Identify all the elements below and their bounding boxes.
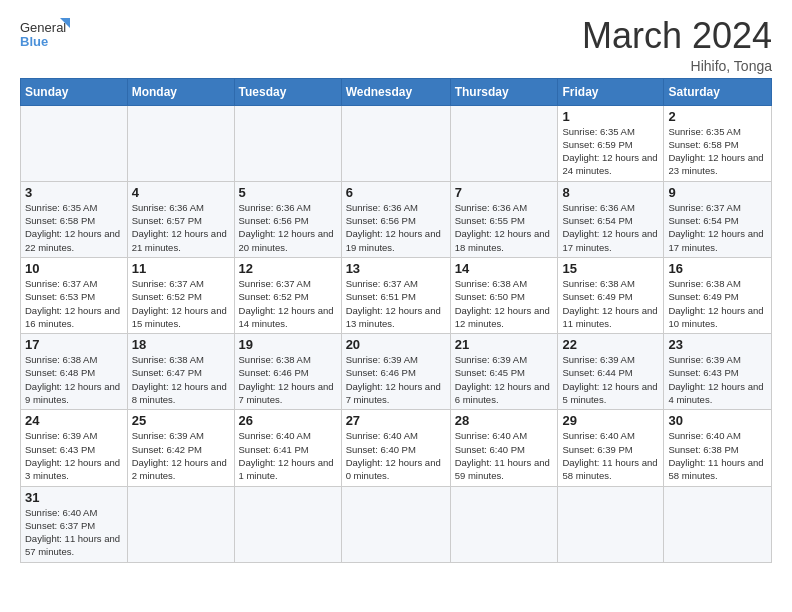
col-sunday: Sunday [21, 78, 128, 105]
calendar-week-row: 3Sunrise: 6:35 AM Sunset: 6:58 PM Daylig… [21, 181, 772, 257]
calendar-cell: 18Sunrise: 6:38 AM Sunset: 6:47 PM Dayli… [127, 334, 234, 410]
day-number: 28 [455, 413, 554, 428]
day-info: Sunrise: 6:39 AM Sunset: 6:43 PM Dayligh… [668, 353, 767, 406]
svg-text:Blue: Blue [20, 34, 48, 49]
day-number: 15 [562, 261, 659, 276]
day-number: 22 [562, 337, 659, 352]
title-area: March 2024 Hihifo, Tonga [582, 16, 772, 74]
calendar-cell: 17Sunrise: 6:38 AM Sunset: 6:48 PM Dayli… [21, 334, 128, 410]
calendar-cell: 3Sunrise: 6:35 AM Sunset: 6:58 PM Daylig… [21, 181, 128, 257]
calendar-cell: 2Sunrise: 6:35 AM Sunset: 6:58 PM Daylig… [664, 105, 772, 181]
calendar-cell [234, 105, 341, 181]
calendar-cell [21, 105, 128, 181]
day-number: 30 [668, 413, 767, 428]
day-number: 9 [668, 185, 767, 200]
calendar-cell [341, 105, 450, 181]
day-info: Sunrise: 6:37 AM Sunset: 6:54 PM Dayligh… [668, 201, 767, 254]
day-number: 24 [25, 413, 123, 428]
day-info: Sunrise: 6:40 AM Sunset: 6:37 PM Dayligh… [25, 506, 123, 559]
day-number: 12 [239, 261, 337, 276]
calendar-week-row: 17Sunrise: 6:38 AM Sunset: 6:48 PM Dayli… [21, 334, 772, 410]
day-number: 20 [346, 337, 446, 352]
calendar-cell [558, 486, 664, 562]
day-info: Sunrise: 6:38 AM Sunset: 6:47 PM Dayligh… [132, 353, 230, 406]
day-info: Sunrise: 6:40 AM Sunset: 6:40 PM Dayligh… [455, 429, 554, 482]
calendar-cell: 23Sunrise: 6:39 AM Sunset: 6:43 PM Dayli… [664, 334, 772, 410]
location: Hihifo, Tonga [582, 58, 772, 74]
day-info: Sunrise: 6:38 AM Sunset: 6:49 PM Dayligh… [562, 277, 659, 330]
day-info: Sunrise: 6:40 AM Sunset: 6:40 PM Dayligh… [346, 429, 446, 482]
day-number: 1 [562, 109, 659, 124]
day-number: 16 [668, 261, 767, 276]
day-info: Sunrise: 6:38 AM Sunset: 6:49 PM Dayligh… [668, 277, 767, 330]
svg-text:General: General [20, 20, 66, 35]
col-friday: Friday [558, 78, 664, 105]
col-tuesday: Tuesday [234, 78, 341, 105]
calendar-table: Sunday Monday Tuesday Wednesday Thursday… [20, 78, 772, 563]
calendar-cell [127, 486, 234, 562]
day-info: Sunrise: 6:40 AM Sunset: 6:39 PM Dayligh… [562, 429, 659, 482]
col-monday: Monday [127, 78, 234, 105]
calendar-cell: 28Sunrise: 6:40 AM Sunset: 6:40 PM Dayli… [450, 410, 558, 486]
calendar-cell: 13Sunrise: 6:37 AM Sunset: 6:51 PM Dayli… [341, 257, 450, 333]
day-info: Sunrise: 6:36 AM Sunset: 6:54 PM Dayligh… [562, 201, 659, 254]
calendar-cell: 15Sunrise: 6:38 AM Sunset: 6:49 PM Dayli… [558, 257, 664, 333]
day-number: 26 [239, 413, 337, 428]
calendar-cell: 8Sunrise: 6:36 AM Sunset: 6:54 PM Daylig… [558, 181, 664, 257]
calendar-cell: 9Sunrise: 6:37 AM Sunset: 6:54 PM Daylig… [664, 181, 772, 257]
calendar-week-row: 1Sunrise: 6:35 AM Sunset: 6:59 PM Daylig… [21, 105, 772, 181]
calendar-cell [450, 486, 558, 562]
calendar-cell: 26Sunrise: 6:40 AM Sunset: 6:41 PM Dayli… [234, 410, 341, 486]
calendar-cell [127, 105, 234, 181]
calendar-cell: 27Sunrise: 6:40 AM Sunset: 6:40 PM Dayli… [341, 410, 450, 486]
day-info: Sunrise: 6:40 AM Sunset: 6:41 PM Dayligh… [239, 429, 337, 482]
day-info: Sunrise: 6:38 AM Sunset: 6:50 PM Dayligh… [455, 277, 554, 330]
logo-svg: General Blue [20, 16, 70, 52]
day-info: Sunrise: 6:40 AM Sunset: 6:38 PM Dayligh… [668, 429, 767, 482]
day-number: 8 [562, 185, 659, 200]
day-info: Sunrise: 6:35 AM Sunset: 6:59 PM Dayligh… [562, 125, 659, 178]
calendar-page: General Blue March 2024 Hihifo, Tonga Su… [0, 0, 792, 612]
day-info: Sunrise: 6:39 AM Sunset: 6:44 PM Dayligh… [562, 353, 659, 406]
day-number: 5 [239, 185, 337, 200]
day-number: 11 [132, 261, 230, 276]
day-info: Sunrise: 6:38 AM Sunset: 6:48 PM Dayligh… [25, 353, 123, 406]
logo: General Blue [20, 16, 70, 52]
calendar-cell [234, 486, 341, 562]
calendar-cell [450, 105, 558, 181]
day-info: Sunrise: 6:38 AM Sunset: 6:46 PM Dayligh… [239, 353, 337, 406]
day-number: 3 [25, 185, 123, 200]
day-number: 29 [562, 413, 659, 428]
calendar-cell [664, 486, 772, 562]
day-info: Sunrise: 6:37 AM Sunset: 6:52 PM Dayligh… [132, 277, 230, 330]
day-number: 6 [346, 185, 446, 200]
day-info: Sunrise: 6:36 AM Sunset: 6:56 PM Dayligh… [239, 201, 337, 254]
day-info: Sunrise: 6:37 AM Sunset: 6:51 PM Dayligh… [346, 277, 446, 330]
calendar-cell: 30Sunrise: 6:40 AM Sunset: 6:38 PM Dayli… [664, 410, 772, 486]
day-number: 13 [346, 261, 446, 276]
col-wednesday: Wednesday [341, 78, 450, 105]
day-number: 7 [455, 185, 554, 200]
calendar-cell: 29Sunrise: 6:40 AM Sunset: 6:39 PM Dayli… [558, 410, 664, 486]
calendar-week-row: 10Sunrise: 6:37 AM Sunset: 6:53 PM Dayli… [21, 257, 772, 333]
day-info: Sunrise: 6:39 AM Sunset: 6:42 PM Dayligh… [132, 429, 230, 482]
calendar-cell: 4Sunrise: 6:36 AM Sunset: 6:57 PM Daylig… [127, 181, 234, 257]
calendar-cell: 5Sunrise: 6:36 AM Sunset: 6:56 PM Daylig… [234, 181, 341, 257]
calendar-week-row: 24Sunrise: 6:39 AM Sunset: 6:43 PM Dayli… [21, 410, 772, 486]
day-info: Sunrise: 6:39 AM Sunset: 6:43 PM Dayligh… [25, 429, 123, 482]
day-number: 18 [132, 337, 230, 352]
calendar-cell: 22Sunrise: 6:39 AM Sunset: 6:44 PM Dayli… [558, 334, 664, 410]
calendar-cell: 21Sunrise: 6:39 AM Sunset: 6:45 PM Dayli… [450, 334, 558, 410]
day-number: 27 [346, 413, 446, 428]
calendar-cell: 7Sunrise: 6:36 AM Sunset: 6:55 PM Daylig… [450, 181, 558, 257]
day-info: Sunrise: 6:36 AM Sunset: 6:55 PM Dayligh… [455, 201, 554, 254]
calendar-cell: 20Sunrise: 6:39 AM Sunset: 6:46 PM Dayli… [341, 334, 450, 410]
calendar-cell: 31Sunrise: 6:40 AM Sunset: 6:37 PM Dayli… [21, 486, 128, 562]
day-number: 31 [25, 490, 123, 505]
calendar-cell [341, 486, 450, 562]
day-info: Sunrise: 6:39 AM Sunset: 6:45 PM Dayligh… [455, 353, 554, 406]
day-info: Sunrise: 6:36 AM Sunset: 6:57 PM Dayligh… [132, 201, 230, 254]
calendar-cell: 25Sunrise: 6:39 AM Sunset: 6:42 PM Dayli… [127, 410, 234, 486]
calendar-cell: 10Sunrise: 6:37 AM Sunset: 6:53 PM Dayli… [21, 257, 128, 333]
page-header: General Blue March 2024 Hihifo, Tonga [20, 16, 772, 74]
